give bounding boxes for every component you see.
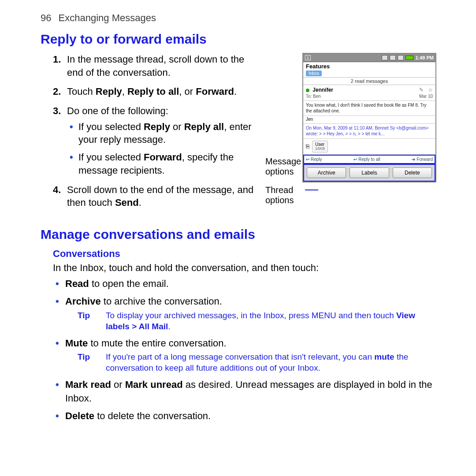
message-date: Mar 10 [419,94,433,99]
thread-options-row: Archive Labels Delete [303,164,435,182]
step-1: 1. In the message thread, scroll down to… [67,53,261,79]
step-text: In the message thread, scroll down to th… [67,54,244,78]
chapter-title: Exchanging Messages [59,12,156,23]
presence-icon [306,89,309,92]
message-header: Jennifer ✎ ☆ [303,85,435,94]
page-number: 96 [41,12,51,23]
message-options-row: ↩Reply ↩Reply to all ➔Forward [303,155,435,164]
step-text: Do one of the following: [67,105,168,116]
inbox-label-chip: Inbox [306,71,322,76]
tip-mute: Tip If you're part of a long message con… [78,352,436,373]
attachment-row: ⎘ User 16KB [303,139,435,155]
subsection-conversations: Conversations [53,248,436,260]
star-icon: ☆ [428,87,433,93]
step-3-subbullets: If you selected Reply or Reply all, ente… [67,120,261,177]
from-name: Jennifer [312,87,333,93]
tip-label: Tip [78,310,95,332]
tip-body: To display your archived messages, in th… [106,310,436,332]
delete-button[interactable]: Delete [393,167,432,178]
section-heading-manage: Manage conversations and emails [41,227,436,242]
section-heading-reply: Reply to or forward emails [41,32,436,47]
forward-arrow-icon: ➔ [412,157,415,162]
subbullet: If you selected Forward, specify the mes… [78,151,261,177]
list-item: Delete to delete the conversation. [65,409,436,423]
tip-label: Tip [78,352,95,373]
list-item: Archive to archive the conversation. Tip… [65,295,436,332]
quoted-text: On Mon, Mar 9, 2009 at 11:10 AM, Bennet … [303,124,435,139]
step-text: Touch [67,86,96,97]
network-icon [398,55,404,60]
screenshot-column: Message options Thread options 1 1:49 PM [270,53,436,216]
list-item: Read to open the email. [65,277,436,291]
reply-all-arrow-icon: ↩ [353,157,357,162]
battery-icon [405,56,413,60]
labels-button[interactable]: Labels [350,167,389,178]
step-marker: 2. [53,85,61,98]
step-4: 4. Scroll down to the end of the message… [67,183,261,209]
reply-all-link[interactable]: ↩Reply to all [353,157,380,162]
signal-icon [382,55,388,60]
reply-section-layout: 1. In the message thread, scroll down to… [41,53,436,216]
conversations-actions-list: Read to open the email. Archive to archi… [41,277,436,424]
reply-arrow-icon: ↩ [306,157,309,162]
header-action-icons: ✎ ☆ [419,87,433,93]
step-marker: 1. [53,53,61,66]
tip-body: If you're part of a long message convers… [106,352,436,373]
pencil-icon: ✎ [419,87,424,93]
manual-page: 96 Exchanging Messages Reply to or forwa… [0,0,476,476]
wifi-icon [390,55,396,60]
steps-list: 1. In the message thread, scroll down to… [41,53,261,209]
subbullet: If you selected Reply or Reply all, ente… [78,120,261,146]
running-header: 96 Exchanging Messages [41,12,436,24]
list-item: Mark read or Mark unread as desired. Unr… [65,378,436,405]
attachment-size: 16KB [315,147,325,151]
reply-link[interactable]: ↩Reply [306,157,322,162]
paperclip-icon: ⎘ [306,143,309,150]
message-meta: To: Ben Mar 10 [303,94,435,101]
step-2: 2. Touch Reply, Reply to all, or Forward… [67,85,261,98]
sim-icon: 1 [305,55,311,60]
step-text: Scroll down to the end of the message, a… [67,184,253,208]
status-icons: 1:49 PM [382,55,434,60]
step-marker: 3. [53,104,61,118]
conversations-intro: In the Inbox, touch and hold the convers… [53,261,436,275]
clock: 1:49 PM [415,55,434,60]
step-marker: 4. [53,183,61,197]
tip-archive: Tip To display your archived messages, i… [78,310,436,332]
phone-screenshot: 1 1:49 PM Features Inbox 2 read messages… [302,53,436,182]
step-3: 3. Do one of the following: If you selec… [67,104,261,177]
conversation-title: Features [303,62,435,70]
message-body: You know what, I don't think I saved the… [303,101,435,116]
forward-link[interactable]: ➔Forward [412,157,433,162]
archive-button[interactable]: Archive [307,167,346,178]
callout-thread-options: Thread options [265,185,305,205]
to-line: To: Ben [306,94,321,99]
attachment-chip: User 16KB [312,141,328,152]
callout-line [305,190,318,190]
callout-message-options: Message options [265,156,305,177]
reply-steps-column: 1. In the message thread, scroll down to… [41,53,261,216]
message-signature: Jen [303,116,435,124]
status-bar: 1 1:49 PM [303,54,435,62]
read-messages-bar: 2 read messages [303,77,435,85]
list-item: Mute to mute the entire conversation. Ti… [65,337,436,374]
